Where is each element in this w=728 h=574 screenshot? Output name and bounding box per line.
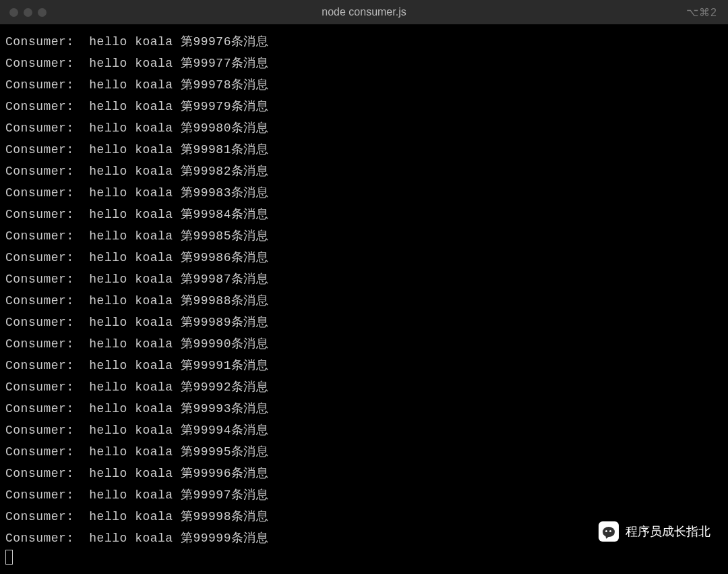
terminal-cursor-line (5, 549, 723, 567)
window-titlebar: node consumer.js ⌥⌘2 (0, 0, 728, 24)
terminal-line: Consumer: hello koala 第99978条消息 (5, 74, 723, 96)
watermark: 程序员成长指北 (599, 521, 710, 542)
terminal-line: Consumer: hello koala 第99990条消息 (5, 333, 723, 355)
traffic-lights (9, 8, 47, 17)
shortcut-indicator: ⌥⌘2 (686, 6, 717, 19)
watermark-text: 程序员成长指北 (626, 523, 710, 540)
terminal-line: Consumer: hello koala 第99994条消息 (5, 420, 723, 441)
terminal-line: Consumer: hello koala 第99987条消息 (5, 268, 723, 290)
minimize-button[interactable] (24, 8, 32, 17)
terminal-line: Consumer: hello koala 第99996条消息 (5, 463, 723, 484)
terminal-line: Consumer: hello koala 第99985条消息 (5, 225, 723, 247)
terminal-line: Consumer: hello koala 第99989条消息 (5, 312, 723, 333)
terminal-line: Consumer: hello koala 第99982条消息 (5, 161, 723, 182)
maximize-button[interactable] (38, 8, 47, 17)
wechat-icon (599, 521, 619, 542)
terminal-output[interactable]: Consumer: hello koala 第99976条消息Consumer:… (0, 24, 728, 574)
terminal-line: Consumer: hello koala 第99979条消息 (5, 96, 723, 117)
terminal-line: Consumer: hello koala 第99997条消息 (5, 484, 723, 506)
terminal-line: Consumer: hello koala 第99993条消息 (5, 398, 723, 420)
terminal-line: Consumer: hello koala 第99977条消息 (5, 53, 723, 74)
terminal-line: Consumer: hello koala 第99984条消息 (5, 204, 723, 225)
terminal-line: Consumer: hello koala 第99986条消息 (5, 247, 723, 268)
terminal-line: Consumer: hello koala 第99995条消息 (5, 441, 723, 463)
terminal-line: Consumer: hello koala 第99980条消息 (5, 117, 723, 139)
close-button[interactable] (9, 8, 18, 17)
terminal-line: Consumer: hello koala 第99988条消息 (5, 290, 723, 312)
terminal-line: Consumer: hello koala 第99992条消息 (5, 376, 723, 398)
terminal-line: Consumer: hello koala 第99981条消息 (5, 139, 723, 161)
terminal-cursor (5, 550, 13, 565)
terminal-line: Consumer: hello koala 第99983条消息 (5, 182, 723, 204)
window-title: node consumer.js (322, 6, 406, 18)
terminal-line: Consumer: hello koala 第99991条消息 (5, 355, 723, 376)
terminal-line: Consumer: hello koala 第99976条消息 (5, 31, 723, 53)
